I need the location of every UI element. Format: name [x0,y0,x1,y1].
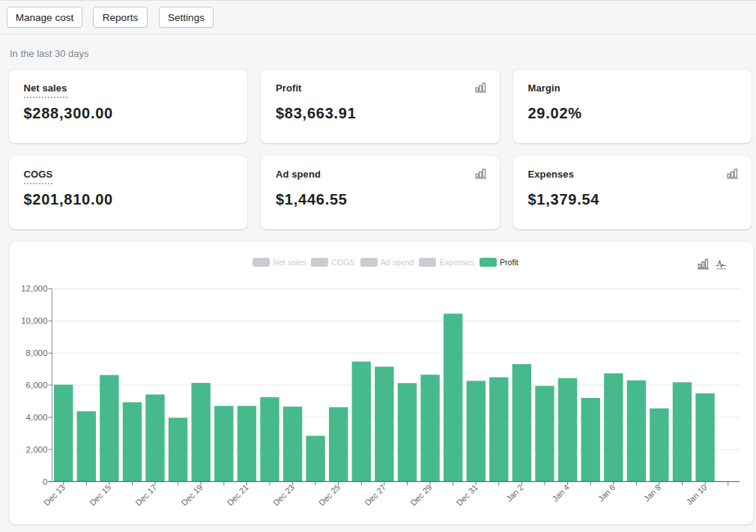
svg-text:0: 0 [43,477,47,486]
svg-text:Dec 21: Dec 21 [226,483,250,507]
svg-text:Jan 10: Jan 10 [685,483,709,507]
svg-text:6,000: 6,000 [26,381,48,390]
svg-text:Dec 27: Dec 27 [363,483,387,507]
svg-text:4,000: 4,000 [26,413,48,422]
svg-text:Jan 4: Jan 4 [550,483,571,504]
svg-text:Dec 25: Dec 25 [317,483,342,507]
svg-text:8,000: 8,000 [26,348,48,357]
svg-text:Jan 8: Jan 8 [642,483,663,504]
svg-text:Jan 2: Jan 2 [504,483,525,504]
svg-text:Dec 29: Dec 29 [408,483,433,507]
svg-text:2,000: 2,000 [26,445,48,454]
svg-text:Jan 6: Jan 6 [596,483,617,504]
svg-text:Dec 31: Dec 31 [455,483,480,507]
svg-text:12,000: 12,000 [21,284,47,293]
svg-text:Dec 19: Dec 19 [179,483,204,507]
svg-text:Dec 17: Dec 17 [133,483,158,507]
svg-text:Dec 15: Dec 15 [88,483,112,507]
svg-text:Dec 13: Dec 13 [42,483,67,507]
svg-text:10,000: 10,000 [21,316,47,325]
svg-text:Dec 23: Dec 23 [271,483,296,507]
